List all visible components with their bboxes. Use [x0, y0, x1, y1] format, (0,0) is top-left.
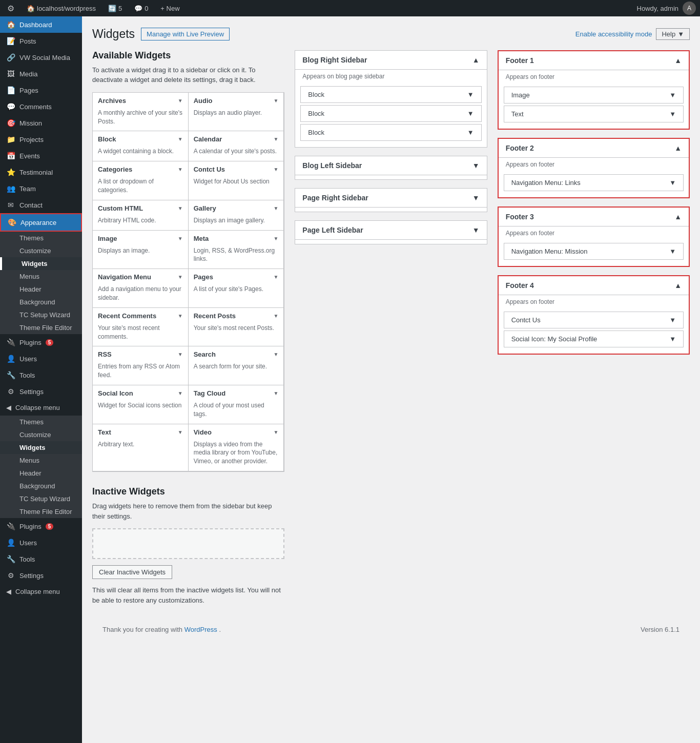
- sidebar-item-plugins-2[interactable]: 🔌 Plugins 5: [0, 518, 82, 534]
- collapse-menu-2[interactable]: ◀ Collapse menu: [0, 584, 82, 600]
- widget-social-icon-header[interactable]: Social Icon ▼: [93, 385, 188, 401]
- widget-custom-html-header[interactable]: Custom HTML ▼: [93, 200, 188, 216]
- sidebar-item-mission[interactable]: 🎯 Mission: [0, 115, 82, 131]
- sidebar-item-comments[interactable]: 💬 Comments: [0, 98, 82, 115]
- footer3-nav-menu-widget[interactable]: Navigation Menu: Mission ▼: [504, 243, 684, 260]
- sidebar-item-plugins[interactable]: 🔌 Plugins 5: [0, 334, 82, 350]
- sidebar-item-users[interactable]: 👤 Users: [0, 350, 82, 367]
- footer2-header[interactable]: Footer 2 ▲: [499, 139, 689, 158]
- widget-navigation-menu[interactable]: Navigation Menu ▼ Add a navigation menu …: [92, 269, 189, 308]
- wordpress-link[interactable]: WordPress: [184, 626, 217, 633]
- widget-recent-comments[interactable]: Recent Comments ▼ Your site's most recen…: [92, 307, 189, 347]
- submenu-menus[interactable]: Menus: [0, 270, 82, 283]
- help-button[interactable]: Help ▼: [656, 28, 690, 40]
- submenu-customize[interactable]: Customize: [0, 244, 82, 257]
- footer4-contct-us-widget[interactable]: Contct Us ▼: [504, 312, 684, 328]
- widget-tag-cloud-header[interactable]: Tag Cloud ▼: [189, 385, 284, 401]
- widget-calendar-header[interactable]: Calendar ▼: [189, 131, 284, 147]
- sidebar-item-contact[interactable]: ✉ Contact: [0, 197, 82, 213]
- blog-left-sidebar-header[interactable]: Blog Left Sidebar ▼: [295, 156, 486, 175]
- clear-inactive-button[interactable]: Clear Inactive Widgets: [92, 565, 172, 579]
- submenu-themes-2[interactable]: Themes: [0, 416, 82, 428]
- widget-audio[interactable]: Audio ▼ Displays an audio player.: [188, 92, 284, 132]
- widget-gallery[interactable]: Gallery ▼ Displays an image gallery.: [188, 200, 284, 231]
- new-content-link[interactable]: + New: [157, 0, 182, 16]
- widget-archives-header[interactable]: Archives ▼: [93, 93, 188, 109]
- widget-categories[interactable]: Categories ▼ A list or dropdown of categ…: [92, 161, 189, 200]
- sidebar-item-pages[interactable]: 📄 Pages: [0, 82, 82, 98]
- widget-recent-comments-header[interactable]: Recent Comments ▼: [93, 308, 188, 324]
- sidebar-item-testimonial[interactable]: ⭐ Testimonial: [0, 164, 82, 180]
- widget-calendar[interactable]: Calendar ▼ A calendar of your site's pos…: [188, 131, 284, 161]
- blog-right-sidebar-header[interactable]: Blog Right Sidebar ▲: [295, 51, 486, 70]
- sidebar-item-media[interactable]: 🖼 Media: [0, 66, 82, 82]
- widget-contct-us[interactable]: Contct Us ▼ Widget for About Us section: [188, 161, 284, 200]
- widget-gallery-header[interactable]: Gallery ▼: [189, 200, 284, 216]
- footer1-text-widget[interactable]: Text ▼: [504, 106, 684, 122]
- submenu-header[interactable]: Header: [0, 283, 82, 296]
- submenu-tc-setup[interactable]: TC Setup Wizard: [0, 308, 82, 321]
- sidebar-item-dashboard[interactable]: 🏠 Dashboard: [0, 16, 82, 33]
- widget-tag-cloud[interactable]: Tag Cloud ▼ A cloud of your most used ta…: [188, 385, 284, 424]
- widget-audio-header[interactable]: Audio ▼: [189, 93, 284, 109]
- widget-search-header[interactable]: Search ▼: [189, 346, 284, 362]
- collapse-menu[interactable]: ◀ Collapse menu: [0, 400, 82, 416]
- submenu-widgets[interactable]: Widgets: [0, 257, 82, 270]
- widget-meta-header[interactable]: Meta ▼: [189, 231, 284, 246]
- sidebar-item-users-2[interactable]: 👤 Users: [0, 534, 82, 551]
- submenu-theme-file-2[interactable]: Theme File Editor: [0, 505, 82, 518]
- submenu-tc-setup-2[interactable]: TC Setup Wizard: [0, 492, 82, 505]
- widget-recent-posts-header[interactable]: Recent Posts ▼: [189, 308, 284, 324]
- submenu-themes[interactable]: Themes: [0, 232, 82, 244]
- sidebar-item-tools[interactable]: 🔧 Tools: [0, 367, 82, 383]
- sidebar-item-projects[interactable]: 📁 Projects: [0, 131, 82, 148]
- blog-right-block-2[interactable]: Block ▼: [300, 105, 481, 122]
- submenu-header-2[interactable]: Header: [0, 467, 82, 480]
- footer1-header[interactable]: Footer 1 ▲: [499, 51, 689, 70]
- updates-link[interactable]: 🔄 5: [105, 0, 125, 16]
- comments-link[interactable]: 💬 0: [131, 0, 151, 16]
- sidebar-item-settings-2[interactable]: ⚙ Settings: [0, 567, 82, 584]
- page-left-sidebar-header[interactable]: Page Left Sidebar ▼: [295, 221, 486, 240]
- footer1-image-widget[interactable]: Image ▼: [504, 87, 684, 104]
- page-right-sidebar-header[interactable]: Page Right Sidebar ▼: [295, 189, 486, 208]
- widget-meta[interactable]: Meta ▼ Login, RSS, & WordPress.org links…: [188, 230, 284, 270]
- blog-right-block-1[interactable]: Block ▼: [300, 86, 481, 103]
- submenu-customize-2[interactable]: Customize: [0, 428, 82, 441]
- footer2-nav-menu-widget[interactable]: Navigation Menu: Links ▼: [504, 174, 684, 191]
- submenu-widgets-2[interactable]: Widgets: [0, 441, 82, 454]
- widget-text-header[interactable]: Text ▼: [93, 424, 188, 440]
- widget-video-header[interactable]: Video ▼: [189, 424, 284, 440]
- footer4-social-icon-widget[interactable]: Social Icon: My Social Profile ▼: [504, 331, 684, 347]
- widget-pages-header[interactable]: Pages ▼: [189, 269, 284, 285]
- widget-image[interactable]: Image ▼ Displays an image.: [92, 230, 189, 270]
- widget-archives[interactable]: Archives ▼ A monthly archive of your sit…: [92, 92, 189, 132]
- site-name-link[interactable]: 🏠 localhost/wordpress: [24, 0, 99, 16]
- widget-video[interactable]: Video ▼ Displays a video from the media …: [188, 424, 284, 471]
- sidebar-item-appearance[interactable]: 🎨 Appearance: [0, 213, 82, 232]
- footer4-header[interactable]: Footer 4 ▲: [499, 276, 689, 295]
- sidebar-item-settings[interactable]: ⚙ Settings: [0, 383, 82, 400]
- submenu-theme-file[interactable]: Theme File Editor: [0, 321, 82, 334]
- widget-nav-menu-header[interactable]: Navigation Menu ▼: [93, 269, 188, 285]
- widget-pages[interactable]: Pages ▼ A list of your site's Pages.: [188, 269, 284, 308]
- footer3-header[interactable]: Footer 3 ▲: [499, 208, 689, 226]
- widget-rss-header[interactable]: RSS ▼: [93, 346, 188, 362]
- sidebar-item-events[interactable]: 📅 Events: [0, 148, 82, 164]
- widget-social-icon[interactable]: Social Icon ▼ Widget for Social icons se…: [92, 385, 189, 424]
- wp-logo[interactable]: ⚙: [4, 0, 17, 16]
- widget-block[interactable]: Block ▼ A widget containing a block.: [92, 131, 189, 161]
- widget-rss[interactable]: RSS ▼ Entries from any RSS or Atom feed.: [92, 346, 189, 385]
- widget-custom-html[interactable]: Custom HTML ▼ Arbitrary HTML code.: [92, 200, 189, 231]
- manage-live-preview-button[interactable]: Manage with Live Preview: [141, 28, 230, 40]
- widget-categories-header[interactable]: Categories ▼: [93, 161, 188, 177]
- sidebar-item-vw-social[interactable]: 🔗 VW Social Media: [0, 49, 82, 66]
- blog-right-block-3[interactable]: Block ▼: [300, 124, 481, 141]
- sidebar-item-tools-2[interactable]: 🔧 Tools: [0, 551, 82, 567]
- sidebar-item-posts[interactable]: 📝 Posts: [0, 33, 82, 49]
- widget-search[interactable]: Search ▼ A search form for your site.: [188, 346, 284, 385]
- widget-contct-us-header[interactable]: Contct Us ▼: [189, 161, 284, 177]
- submenu-background[interactable]: Background: [0, 296, 82, 308]
- widget-text[interactable]: Text ▼ Arbitrary text.: [92, 424, 189, 471]
- widget-block-header[interactable]: Block ▼: [93, 131, 188, 147]
